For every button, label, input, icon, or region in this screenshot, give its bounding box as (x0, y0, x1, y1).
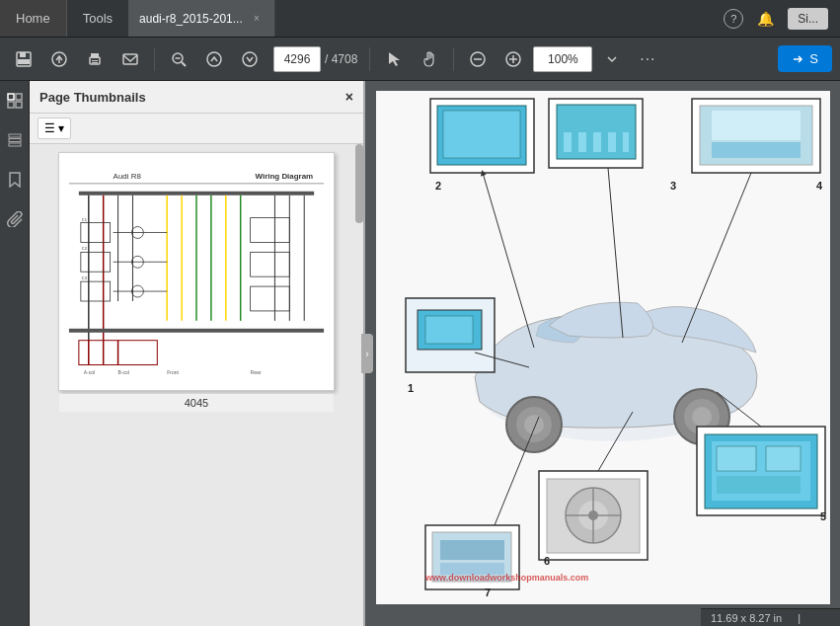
upload-icon (50, 50, 68, 68)
svg-text:C3: C3 (82, 275, 88, 280)
cursor-tool-button[interactable] (378, 43, 410, 75)
zoom-minus-button[interactable] (462, 43, 494, 75)
thumbnail-panel-close[interactable]: × (345, 89, 353, 105)
print-icon (86, 50, 104, 68)
svg-rect-110 (440, 540, 504, 560)
page-dimensions-label: 11.69 x 8.27 in (711, 612, 782, 624)
svg-rect-24 (16, 102, 22, 108)
svg-line-12 (182, 62, 186, 66)
tab-bar: Home Tools audi-r8_2015-201... × ? 🔔 Si.… (0, 0, 840, 38)
thumbnail-sort-button[interactable]: ☰ ▾ (38, 117, 71, 139)
zoom-plus-button[interactable] (497, 43, 529, 75)
svg-text:7: 7 (485, 587, 491, 598)
panel-collapse-handle[interactable]: › (361, 334, 373, 373)
svg-rect-8 (92, 62, 98, 63)
tab-tools-label: Tools (83, 11, 113, 26)
toolbar-separator-3 (453, 47, 454, 71)
svg-rect-80 (425, 316, 473, 344)
print-button[interactable] (79, 43, 111, 75)
svg-rect-9 (123, 54, 137, 64)
thumbnail-scrollbar[interactable] (355, 136, 363, 626)
svg-rect-94 (712, 142, 801, 158)
svg-rect-87 (578, 132, 586, 152)
sidebar-icon-layers[interactable] (3, 128, 27, 152)
svg-text:1: 1 (408, 382, 414, 394)
svg-text:C1: C1 (82, 217, 88, 222)
more-options-button[interactable]: ··· (632, 43, 663, 75)
thumbnail-panel-title: Page Thumbnails (39, 90, 146, 105)
tab-file[interactable]: audi-r8_2015-201... × (129, 0, 275, 37)
upload-button[interactable] (43, 43, 75, 75)
share-label: S (809, 51, 818, 66)
share-icon (792, 52, 805, 66)
page-navigation: / 4708 (273, 46, 357, 72)
zoom-dropdown-icon[interactable] (596, 43, 628, 75)
save-button[interactable] (8, 43, 39, 75)
svg-rect-6 (91, 53, 99, 58)
page-total-label: / 4708 (325, 52, 357, 66)
svg-point-77 (692, 407, 712, 427)
page-number-input[interactable] (273, 46, 321, 72)
svg-text:3: 3 (670, 180, 676, 192)
share-button[interactable]: S (778, 45, 832, 72)
svg-text:2: 2 (435, 180, 441, 192)
svg-text:C2: C2 (82, 246, 87, 251)
hand-tool-button[interactable] (414, 43, 445, 75)
svg-point-14 (243, 52, 257, 66)
svg-text:6: 6 (544, 555, 550, 567)
svg-rect-93 (712, 111, 801, 140)
tab-home[interactable]: Home (0, 0, 67, 37)
car-diagram-svg: 2 3 4 1 (376, 91, 830, 604)
thumbnail-content[interactable]: Audi R8 Wiring Diagram (30, 144, 363, 626)
zoom-level-input[interactable] (533, 46, 592, 72)
ellipsis-icon: ··· (640, 50, 655, 68)
svg-point-74 (524, 415, 544, 434)
help-icon[interactable]: ? (724, 9, 743, 29)
svg-rect-22 (16, 94, 22, 100)
status-bar: 11.69 x 8.27 in | (701, 608, 840, 626)
wiring-diagram-svg: Audi R8 Wiring Diagram (59, 153, 334, 390)
thumbnail-panel-header: Page Thumbnails × (30, 81, 363, 114)
svg-rect-99 (766, 446, 801, 471)
svg-rect-90 (623, 132, 629, 152)
notification-icon[interactable]: 🔔 (757, 11, 774, 27)
svg-rect-88 (593, 132, 601, 152)
car-diagram: 2 3 4 1 (376, 91, 830, 604)
sidebar-icon-thumbnails[interactable] (3, 89, 27, 113)
svg-rect-98 (717, 446, 756, 471)
upload2-btn[interactable] (198, 43, 230, 75)
tab-tools[interactable]: Tools (67, 0, 129, 37)
sidebar-icons (0, 81, 30, 626)
plus-circle-icon (504, 50, 522, 68)
thumbnail-page[interactable]: Audi R8 Wiring Diagram (58, 152, 335, 391)
email-icon (121, 50, 139, 68)
minus-circle-icon (469, 50, 487, 68)
svg-rect-25 (9, 134, 21, 137)
download-btn[interactable] (234, 43, 266, 75)
svg-rect-89 (608, 132, 616, 152)
sidebar-icon-bookmarks[interactable] (3, 168, 27, 192)
zoom-out-btn[interactable] (163, 43, 194, 75)
chevron-down-icon (606, 53, 618, 65)
email-button[interactable] (115, 43, 146, 75)
toolbar-separator-1 (154, 47, 155, 71)
cursor-icon (386, 51, 402, 67)
svg-rect-86 (564, 132, 572, 152)
tab-right-icons: ? 🔔 Si... (712, 0, 840, 37)
tab-close-button[interactable]: × (249, 11, 265, 27)
toolbar-separator-2 (369, 47, 370, 71)
svg-rect-26 (9, 139, 21, 142)
svg-point-13 (207, 52, 221, 66)
svg-rect-7 (92, 60, 98, 61)
thumbnail-scrollbar-thumb (355, 144, 363, 223)
signin-button[interactable]: Si... (788, 8, 828, 30)
svg-rect-23 (8, 102, 14, 108)
pdf-viewer[interactable]: 2 3 4 1 (365, 81, 840, 626)
sidebar-icon-attachments[interactable] (3, 207, 27, 231)
svg-text:Audi R8: Audi R8 (114, 172, 142, 181)
save-icon (15, 50, 33, 68)
tab-home-label: Home (16, 11, 50, 26)
svg-rect-2 (18, 59, 30, 64)
svg-text:A-col: A-col (84, 370, 95, 375)
svg-text:www.downloadworkshopmanuals.co: www.downloadworkshopmanuals.com (424, 573, 588, 583)
